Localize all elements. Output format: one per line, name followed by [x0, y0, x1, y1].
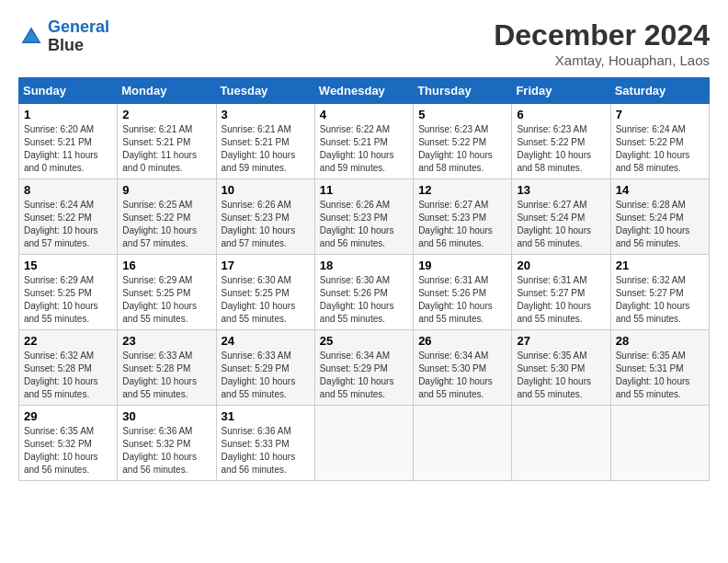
calendar-day-cell: 31 Sunrise: 6:36 AM Sunset: 5:33 PM Dayl… — [216, 406, 314, 481]
day-number: 19 — [418, 259, 506, 272]
calendar-day-cell: 16 Sunrise: 6:29 AM Sunset: 5:25 PM Dayl… — [118, 255, 216, 330]
calendar-table: SundayMondayTuesdayWednesdayThursdayFrid… — [18, 77, 710, 481]
day-info: Sunrise: 6:34 AM Sunset: 5:29 PM Dayligh… — [320, 350, 408, 401]
calendar-day-cell: 23 Sunrise: 6:33 AM Sunset: 5:28 PM Dayl… — [118, 330, 216, 406]
day-of-week-header: Thursday — [414, 78, 512, 104]
calendar-day-cell: 26 Sunrise: 6:34 AM Sunset: 5:30 PM Dayl… — [414, 330, 512, 406]
day-number: 12 — [418, 183, 506, 197]
calendar-week-row: 15 Sunrise: 6:29 AM Sunset: 5:25 PM Dayl… — [19, 255, 710, 330]
day-number: 17 — [222, 259, 310, 272]
calendar-day-cell: 7 Sunrise: 6:24 AM Sunset: 5:22 PM Dayli… — [610, 104, 709, 179]
day-of-week-header: Saturday — [610, 78, 709, 104]
day-number: 10 — [222, 183, 310, 197]
logo: General Blue — [18, 18, 109, 55]
location: Xamtay, Houaphan, Laos — [494, 52, 710, 68]
calendar-day-cell — [512, 406, 610, 481]
day-info: Sunrise: 6:32 AM Sunset: 5:28 PM Dayligh… — [24, 350, 112, 401]
calendar-day-cell: 28 Sunrise: 6:35 AM Sunset: 5:31 PM Dayl… — [610, 330, 709, 406]
day-info: Sunrise: 6:36 AM Sunset: 5:32 PM Dayligh… — [122, 425, 210, 477]
day-number: 30 — [122, 409, 210, 423]
day-info: Sunrise: 6:31 AM Sunset: 5:26 PM Dayligh… — [418, 274, 506, 326]
day-info: Sunrise: 6:29 AM Sunset: 5:25 PM Dayligh… — [122, 274, 210, 326]
day-info: Sunrise: 6:36 AM Sunset: 5:33 PM Dayligh… — [222, 425, 310, 477]
day-of-week-header: Sunday — [19, 78, 118, 104]
day-info: Sunrise: 6:21 AM Sunset: 5:21 PM Dayligh… — [222, 123, 310, 175]
calendar-day-cell: 22 Sunrise: 6:32 AM Sunset: 5:28 PM Dayl… — [19, 330, 118, 406]
calendar-day-cell: 8 Sunrise: 6:24 AM Sunset: 5:22 PM Dayli… — [19, 179, 118, 255]
day-info: Sunrise: 6:21 AM Sunset: 5:21 PM Dayligh… — [122, 123, 210, 175]
calendar-day-cell: 18 Sunrise: 6:30 AM Sunset: 5:26 PM Dayl… — [314, 255, 413, 330]
day-number: 1 — [24, 108, 112, 121]
calendar-day-cell: 15 Sunrise: 6:29 AM Sunset: 5:25 PM Dayl… — [19, 255, 118, 330]
logo-text: General Blue — [48, 18, 109, 55]
day-number: 31 — [222, 409, 310, 423]
day-number: 21 — [616, 259, 704, 272]
calendar-day-cell: 10 Sunrise: 6:26 AM Sunset: 5:23 PM Dayl… — [216, 179, 314, 255]
day-number: 13 — [517, 183, 605, 197]
day-number: 6 — [517, 108, 605, 121]
calendar-week-row: 1 Sunrise: 6:20 AM Sunset: 5:21 PM Dayli… — [19, 104, 710, 179]
day-number: 23 — [122, 334, 210, 348]
day-info: Sunrise: 6:27 AM Sunset: 5:24 PM Dayligh… — [517, 199, 605, 250]
calendar-day-cell — [314, 406, 413, 481]
days-of-week-row: SundayMondayTuesdayWednesdayThursdayFrid… — [19, 78, 710, 104]
day-number: 29 — [24, 409, 112, 423]
calendar-day-cell: 11 Sunrise: 6:26 AM Sunset: 5:23 PM Dayl… — [314, 179, 413, 255]
calendar-day-cell: 1 Sunrise: 6:20 AM Sunset: 5:21 PM Dayli… — [19, 104, 118, 179]
calendar-header: SundayMondayTuesdayWednesdayThursdayFrid… — [19, 78, 710, 104]
day-number: 14 — [616, 183, 704, 197]
day-info: Sunrise: 6:24 AM Sunset: 5:22 PM Dayligh… — [616, 123, 704, 175]
calendar-day-cell: 27 Sunrise: 6:35 AM Sunset: 5:30 PM Dayl… — [512, 330, 610, 406]
day-info: Sunrise: 6:29 AM Sunset: 5:25 PM Dayligh… — [24, 274, 112, 326]
calendar-day-cell: 29 Sunrise: 6:35 AM Sunset: 5:32 PM Dayl… — [19, 406, 118, 481]
day-info: Sunrise: 6:23 AM Sunset: 5:22 PM Dayligh… — [517, 123, 605, 175]
calendar-day-cell: 4 Sunrise: 6:22 AM Sunset: 5:21 PM Dayli… — [314, 104, 413, 179]
calendar-day-cell: 13 Sunrise: 6:27 AM Sunset: 5:24 PM Dayl… — [512, 179, 610, 255]
calendar-day-cell: 19 Sunrise: 6:31 AM Sunset: 5:26 PM Dayl… — [414, 255, 512, 330]
day-number: 25 — [320, 334, 408, 348]
day-info: Sunrise: 6:27 AM Sunset: 5:23 PM Dayligh… — [418, 199, 506, 250]
day-info: Sunrise: 6:34 AM Sunset: 5:30 PM Dayligh… — [418, 350, 506, 401]
day-number: 27 — [517, 334, 605, 348]
calendar-day-cell — [610, 406, 709, 481]
day-info: Sunrise: 6:33 AM Sunset: 5:29 PM Dayligh… — [222, 350, 310, 401]
day-info: Sunrise: 6:25 AM Sunset: 5:22 PM Dayligh… — [122, 199, 210, 250]
calendar-day-cell: 17 Sunrise: 6:30 AM Sunset: 5:25 PM Dayl… — [216, 255, 314, 330]
month-title: December 2024 — [494, 18, 710, 52]
day-info: Sunrise: 6:28 AM Sunset: 5:24 PM Dayligh… — [616, 199, 704, 250]
day-info: Sunrise: 6:26 AM Sunset: 5:23 PM Dayligh… — [222, 199, 310, 250]
calendar-day-cell: 20 Sunrise: 6:31 AM Sunset: 5:27 PM Dayl… — [512, 255, 610, 330]
calendar-day-cell: 14 Sunrise: 6:28 AM Sunset: 5:24 PM Dayl… — [610, 179, 709, 255]
day-number: 22 — [24, 334, 112, 348]
day-number: 16 — [122, 259, 210, 272]
calendar-day-cell: 2 Sunrise: 6:21 AM Sunset: 5:21 PM Dayli… — [118, 104, 216, 179]
calendar-day-cell: 25 Sunrise: 6:34 AM Sunset: 5:29 PM Dayl… — [314, 330, 413, 406]
calendar-day-cell: 3 Sunrise: 6:21 AM Sunset: 5:21 PM Dayli… — [216, 104, 314, 179]
calendar-day-cell: 21 Sunrise: 6:32 AM Sunset: 5:27 PM Dayl… — [610, 255, 709, 330]
day-info: Sunrise: 6:35 AM Sunset: 5:30 PM Dayligh… — [517, 350, 605, 401]
calendar-day-cell — [414, 406, 512, 481]
day-info: Sunrise: 6:22 AM Sunset: 5:21 PM Dayligh… — [320, 123, 408, 175]
day-info: Sunrise: 6:32 AM Sunset: 5:27 PM Dayligh… — [616, 274, 704, 326]
day-info: Sunrise: 6:24 AM Sunset: 5:22 PM Dayligh… — [24, 199, 112, 250]
calendar-day-cell: 24 Sunrise: 6:33 AM Sunset: 5:29 PM Dayl… — [216, 330, 314, 406]
day-number: 5 — [418, 108, 506, 121]
day-of-week-header: Friday — [512, 78, 610, 104]
day-number: 15 — [24, 259, 112, 272]
day-info: Sunrise: 6:31 AM Sunset: 5:27 PM Dayligh… — [517, 274, 605, 326]
logo-icon — [18, 24, 44, 50]
calendar-week-row: 29 Sunrise: 6:35 AM Sunset: 5:32 PM Dayl… — [19, 406, 710, 481]
calendar-body: 1 Sunrise: 6:20 AM Sunset: 5:21 PM Dayli… — [19, 104, 710, 481]
day-info: Sunrise: 6:30 AM Sunset: 5:26 PM Dayligh… — [320, 274, 408, 326]
day-info: Sunrise: 6:35 AM Sunset: 5:31 PM Dayligh… — [616, 350, 704, 401]
title-block: December 2024 Xamtay, Houaphan, Laos — [494, 18, 710, 68]
page-header: General Blue December 2024 Xamtay, Houap… — [18, 18, 710, 68]
day-number: 24 — [222, 334, 310, 348]
day-number: 28 — [616, 334, 704, 348]
day-number: 3 — [222, 108, 310, 121]
calendar-week-row: 8 Sunrise: 6:24 AM Sunset: 5:22 PM Dayli… — [19, 179, 710, 255]
calendar-day-cell: 6 Sunrise: 6:23 AM Sunset: 5:22 PM Dayli… — [512, 104, 610, 179]
day-info: Sunrise: 6:26 AM Sunset: 5:23 PM Dayligh… — [320, 199, 408, 250]
day-info: Sunrise: 6:33 AM Sunset: 5:28 PM Dayligh… — [122, 350, 210, 401]
calendar-day-cell: 30 Sunrise: 6:36 AM Sunset: 5:32 PM Dayl… — [118, 406, 216, 481]
